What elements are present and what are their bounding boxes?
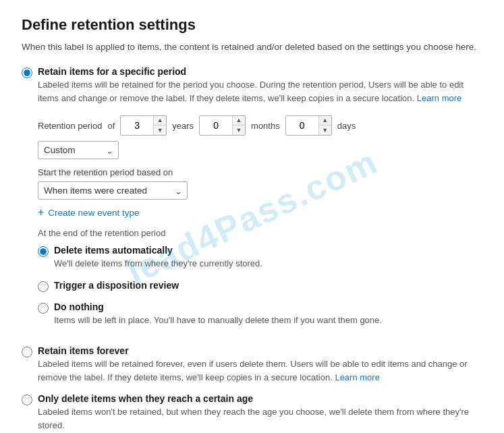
retention-period-row: Retention period of ▲ ▼ years ▲ ▼ months: [38, 115, 482, 136]
days-input[interactable]: [286, 117, 318, 134]
option-retain-specific: Retain items for a specific period Label…: [22, 66, 482, 336]
end-period-label: At the end of the retention period: [38, 228, 482, 238]
days-down-btn[interactable]: ▼: [319, 125, 331, 135]
retain-forever-desc: Labeled items will be retained forever, …: [38, 357, 482, 384]
months-up-btn[interactable]: ▲: [233, 116, 245, 125]
page-title: Define retention settings: [22, 16, 482, 34]
months-label: months: [251, 121, 280, 131]
delete-auto-desc: We'll delete items from where they're cu…: [54, 257, 262, 270]
years-down-btn[interactable]: ▼: [154, 125, 166, 135]
years-input-wrapper: ▲ ▼: [120, 115, 167, 136]
retention-period-label: Retention period: [38, 121, 102, 131]
period-type-row: Custom 1 year 3 years 5 years 7 years 10…: [38, 141, 482, 159]
period-type-select-wrapper: Custom 1 year 3 years 5 years 7 years 10…: [38, 141, 119, 159]
option-only-delete: Only delete items when they reach a cert…: [22, 393, 482, 432]
years-label: years: [172, 121, 194, 131]
option-delete-auto: Delete items automatically We'll delete …: [38, 245, 482, 270]
trigger-disposition-label[interactable]: Trigger a disposition review: [54, 280, 179, 291]
years-up-btn[interactable]: ▲: [154, 116, 166, 125]
period-type-select[interactable]: Custom 1 year 3 years 5 years 7 years 10…: [38, 141, 119, 159]
days-label: days: [337, 121, 356, 131]
retain-specific-label[interactable]: Retain items for a specific period: [38, 66, 186, 77]
years-input[interactable]: [121, 117, 153, 134]
retain-forever-label[interactable]: Retain items forever: [38, 345, 129, 356]
retain-specific-learn-more[interactable]: Learn more: [417, 93, 461, 103]
months-spinner: ▲ ▼: [232, 116, 245, 135]
create-event-label[interactable]: Create new event type: [48, 208, 139, 218]
plus-icon: +: [38, 206, 44, 219]
trigger-disposition-radio[interactable]: [38, 281, 49, 292]
days-spinner: ▲ ▼: [318, 116, 331, 135]
do-nothing-radio[interactable]: [38, 303, 49, 314]
retain-specific-radio[interactable]: [22, 67, 32, 78]
option-trigger-disposition: Trigger a disposition review: [38, 280, 482, 292]
option-do-nothing: Do nothing Items will be left in place. …: [38, 301, 482, 327]
days-input-wrapper: ▲ ▼: [285, 115, 332, 136]
intro-text: When this label is applied to items, the…: [22, 40, 482, 54]
only-delete-desc: Labeled items won't be retained, but whe…: [38, 405, 482, 432]
retain-forever-learn-more[interactable]: Learn more: [335, 372, 379, 382]
retain-forever-radio[interactable]: [22, 347, 32, 357]
do-nothing-desc: Items will be left in place. You'll have…: [54, 314, 382, 327]
option-retain-forever: Retain items forever Labeled items will …: [22, 345, 482, 384]
start-period-select[interactable]: When items were created When items were …: [38, 181, 188, 200]
months-input[interactable]: [200, 117, 232, 134]
months-down-btn[interactable]: ▼: [233, 125, 245, 135]
start-period-label: Start the retention period based on: [38, 167, 482, 177]
start-period-select-wrapper: When items were created When items were …: [38, 181, 188, 200]
do-nothing-label[interactable]: Do nothing: [54, 301, 104, 312]
days-up-btn[interactable]: ▲: [319, 116, 331, 125]
retain-specific-desc: Labeled items will be retained for the p…: [38, 78, 482, 105]
of-label: of: [107, 121, 115, 131]
months-input-wrapper: ▲ ▼: [199, 115, 246, 136]
delete-auto-radio[interactable]: [38, 246, 49, 257]
years-spinner: ▲ ▼: [153, 116, 166, 135]
only-delete-label[interactable]: Only delete items when they reach a cert…: [38, 393, 253, 404]
delete-auto-label[interactable]: Delete items automatically: [54, 245, 173, 256]
only-delete-radio[interactable]: [22, 395, 32, 405]
create-event-row[interactable]: + Create new event type: [38, 206, 482, 219]
